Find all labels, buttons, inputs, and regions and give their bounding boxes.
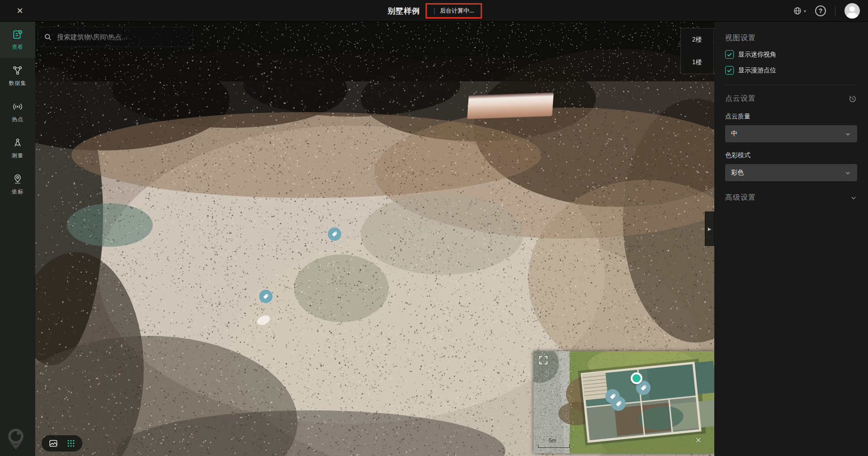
minimap: 5m ✕: [533, 351, 714, 453]
scale-label: 5m: [549, 437, 570, 444]
view-mode-toolbar: [42, 435, 82, 451]
option-label: 显示迷你视角: [738, 51, 776, 59]
globe-icon: [793, 6, 802, 15]
color-mode-select[interactable]: 彩色: [725, 164, 857, 181]
option-show-roam-points[interactable]: 显示漫游点位: [725, 66, 857, 75]
status-wrap: | 后台计算中...: [427, 4, 480, 18]
sidebar-item-label: 数据集: [9, 80, 27, 87]
chevron-down-icon: [844, 131, 851, 137]
page-title: 别墅样例: [387, 6, 420, 16]
option-show-mini-view[interactable]: 显示迷你视角: [725, 50, 857, 59]
tag-icon: [262, 293, 269, 300]
floor-button-2[interactable]: 2楼: [681, 28, 713, 51]
minimap-position-marker: [631, 372, 642, 384]
hotspot-marker[interactable]: [259, 290, 273, 303]
hotspot-icon: [12, 101, 24, 113]
sidebar-item-label: 热点: [12, 116, 24, 123]
tag-icon: [640, 384, 647, 392]
quality-select[interactable]: 中: [725, 125, 857, 142]
status-badge: 后台计算中...: [440, 7, 474, 15]
search-box: [38, 27, 193, 47]
help-button[interactable]: ?: [815, 5, 826, 16]
floor-button-1[interactable]: 1楼: [681, 51, 713, 74]
coordinate-pin-icon: [12, 173, 24, 185]
sidebar-item-coordinate[interactable]: 坐标: [0, 166, 35, 202]
sidebar-item-label: 坐标: [12, 188, 24, 196]
viewer: 2楼 1楼 ▶: [35, 22, 714, 456]
grid-dots-icon: [66, 439, 75, 448]
quality-label: 点云质量: [725, 113, 857, 121]
topbar: ✕ 别墅样例 | 后台计算中... ▾ ?: [0, 0, 868, 22]
sidebar-item-label: 测量: [12, 152, 24, 160]
model-view-button[interactable]: [48, 438, 58, 448]
panel-collapse-handle[interactable]: ▶: [705, 212, 714, 246]
hotspot-marker[interactable]: [328, 227, 341, 241]
dataset-icon: [12, 65, 24, 76]
sidebar-item-view[interactable]: 查看: [0, 22, 35, 58]
sidebar: 查看 数据集 热点 测量 坐标: [0, 22, 35, 456]
roof-structure: [467, 93, 554, 119]
view-settings-title: 视图设置: [725, 33, 857, 43]
close-icon: ✕: [695, 436, 702, 445]
minimap-close-button[interactable]: ✕: [695, 436, 702, 445]
topbar-actions: ▾ ?: [793, 0, 860, 22]
pointcloud-settings-title: 点云设置: [725, 94, 756, 103]
minimap-hotspot-marker[interactable]: [611, 396, 626, 411]
minimap-scale: 5m: [538, 437, 570, 448]
option-label: 显示漫游点位: [738, 66, 776, 75]
quality-value: 中: [731, 130, 737, 138]
watermark-logo: [4, 426, 28, 453]
help-icon: ?: [819, 7, 823, 14]
search-input[interactable]: [57, 33, 187, 41]
tag-icon: [331, 230, 338, 238]
expand-icon: [538, 355, 549, 366]
language-button[interactable]: ▾: [793, 6, 806, 15]
close-button[interactable]: ✕: [12, 0, 28, 22]
tag-icon: [615, 400, 623, 408]
panel-divider: [725, 85, 857, 85]
settings-panel: 视图设置 显示迷你视角 显示漫游点位 点云设置 点云质量 中 色彩模式: [714, 22, 868, 456]
measure-icon: [12, 137, 24, 149]
scale-bar: [538, 444, 570, 448]
color-mode-label: 色彩模式: [725, 151, 857, 160]
avatar[interactable]: [844, 3, 860, 19]
sidebar-item-hotspot[interactable]: 热点: [0, 94, 35, 130]
checkbox-checked-icon: [725, 66, 734, 75]
model-view-icon: [48, 438, 58, 448]
chevron-down-icon: ▾: [804, 9, 806, 14]
advanced-settings-title: 高级设置: [725, 193, 756, 202]
checkbox-checked-icon: [725, 50, 734, 59]
status-divider: |: [434, 7, 435, 14]
sidebar-item-measure[interactable]: 测量: [0, 130, 35, 166]
chevron-down-icon: [850, 194, 857, 202]
pointcloud-view-button[interactable]: [66, 439, 75, 448]
sidebar-item-label: 查看: [12, 43, 24, 51]
triangle-right-icon: ▶: [708, 226, 712, 231]
history-icon: [848, 94, 857, 103]
close-icon: ✕: [16, 6, 23, 16]
reset-history-button[interactable]: [848, 94, 857, 103]
color-mode-value: 彩色: [731, 169, 744, 177]
floor-selector: 2楼 1楼: [680, 28, 714, 74]
minimap-expand-button[interactable]: [538, 355, 549, 367]
sidebar-item-dataset[interactable]: 数据集: [0, 58, 35, 94]
search-icon: [43, 33, 52, 42]
advanced-settings-toggle[interactable]: 高级设置: [725, 193, 857, 202]
app-window: ✕ 别墅样例 | 后台计算中... ▾ ? 查看 数据集: [0, 0, 868, 456]
topbar-divider: [835, 6, 835, 16]
view-icon: [12, 28, 24, 40]
chevron-down-icon: [844, 169, 851, 176]
title-group: 别墅样例 | 后台计算中...: [387, 0, 480, 22]
